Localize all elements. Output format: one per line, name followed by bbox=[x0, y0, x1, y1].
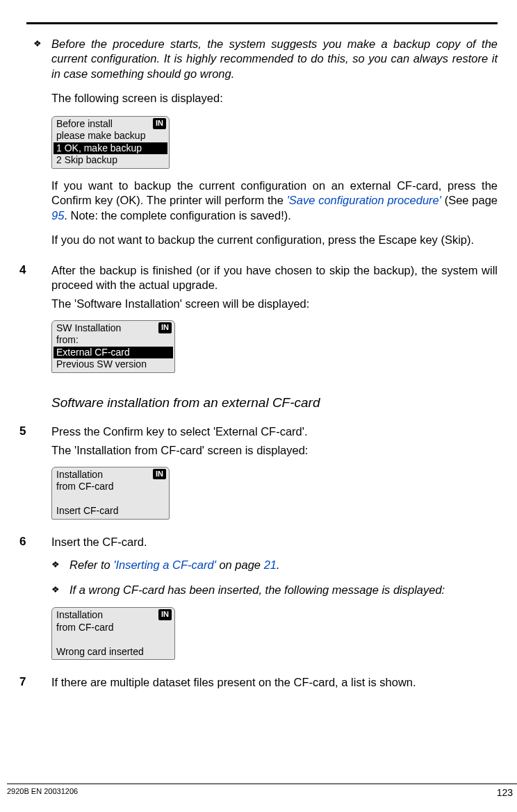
lcd-line: Installation bbox=[56, 469, 103, 480]
step-6: 6 Insert the CF-card. bbox=[19, 535, 498, 554]
lcd-install-from-cf: Installation IN from CF-card Insert CF-c… bbox=[51, 467, 170, 520]
lcd-line: 2 Skip backup bbox=[52, 154, 169, 168]
lcd-line-selected: 1 OK, make backup bbox=[54, 142, 167, 155]
step5-text2: The 'Installation from CF-card' screen i… bbox=[51, 443, 498, 458]
lcd-line: Installation bbox=[56, 609, 103, 620]
lcd-line: from CF-card bbox=[52, 622, 174, 634]
lcd-line-selected: External CF-card bbox=[54, 347, 173, 359]
subheading-sw-install: Software installation from an external C… bbox=[51, 395, 498, 411]
link-inserting-cf[interactable]: 'Inserting a CF-card' bbox=[113, 558, 216, 571]
in-badge: IN bbox=[158, 322, 172, 333]
lcd-line: Wrong card inserted bbox=[52, 646, 174, 660]
in-badge: IN bbox=[153, 118, 166, 129]
lcd-line: from CF-card bbox=[52, 481, 169, 493]
para-backup-confirm: If you want to backup the current config… bbox=[51, 179, 498, 223]
note-text: If a wrong CF-card has been inserted, th… bbox=[69, 583, 498, 597]
step5-text1: Press the Confirm key to select 'Externa… bbox=[51, 424, 498, 439]
lcd-line: Previous SW version bbox=[52, 358, 174, 372]
in-badge: IN bbox=[158, 609, 172, 620]
lcd-line-empty bbox=[52, 493, 169, 506]
note-wrong-card: ❖ If a wrong CF-card has been inserted, … bbox=[51, 583, 498, 597]
step-7: 7 If there are multiple dataset files pr… bbox=[19, 675, 498, 694]
lcd-line: SW Installation bbox=[56, 322, 121, 333]
note-text: Refer to 'Inserting a CF-card' on page 2… bbox=[69, 558, 498, 572]
lcd-sw-installation: SW Installation IN from: External CF-car… bbox=[51, 320, 175, 373]
link-save-config[interactable]: 'Save configuration procedure' bbox=[287, 194, 441, 206]
para-following-screen: The following screen is displayed: bbox=[51, 91, 498, 106]
step7-text: If there are multiple dataset files pres… bbox=[51, 675, 498, 690]
note-text: Before the procedure starts, the system … bbox=[51, 37, 498, 81]
bullet-diamond-icon: ❖ bbox=[33, 38, 51, 81]
lcd-wrong-card: Installation IN from CF-card Wrong card … bbox=[51, 607, 175, 660]
step-number: 4 bbox=[19, 263, 51, 316]
footer-docid: 2920B EN 20031206 bbox=[7, 787, 78, 798]
page-footer: 2920B EN 20031206 123 bbox=[7, 784, 517, 798]
note-refer-insert: ❖ Refer to 'Inserting a CF-card' on page… bbox=[51, 558, 498, 572]
step4-text2: The 'Software Installation' screen will … bbox=[51, 297, 498, 311]
lcd-line: Insert CF-card bbox=[52, 505, 169, 519]
top-rule bbox=[26, 22, 498, 24]
in-badge: IN bbox=[153, 469, 166, 480]
step4-text1: After the backup is finished (or if you … bbox=[51, 263, 498, 293]
bullet-diamond-icon: ❖ bbox=[51, 584, 69, 597]
para-skip-backup: If you do not want to backup the current… bbox=[51, 233, 498, 247]
step-number: 5 bbox=[19, 424, 51, 463]
link-page-95[interactable]: 95 bbox=[51, 209, 64, 222]
step6-text: Insert the CF-card. bbox=[51, 535, 498, 549]
step-5: 5 Press the Confirm key to select 'Exter… bbox=[19, 424, 498, 463]
link-page-21[interactable]: 21 bbox=[264, 558, 277, 571]
lcd-line: from: bbox=[52, 334, 174, 347]
step-number: 6 bbox=[19, 535, 51, 554]
footer-page-number: 123 bbox=[497, 787, 517, 798]
lcd-line: please make backup bbox=[52, 130, 169, 142]
note-backup-recommend: ❖ Before the procedure starts, the syste… bbox=[33, 37, 498, 81]
lcd-line-empty bbox=[52, 633, 174, 646]
step-4: 4 After the backup is finished (or if yo… bbox=[19, 263, 498, 316]
lcd-before-install: Before install IN please make backup 1 O… bbox=[51, 116, 170, 169]
step-number: 7 bbox=[19, 675, 51, 694]
bullet-diamond-icon: ❖ bbox=[51, 559, 69, 572]
lcd-line: Before install bbox=[56, 118, 113, 129]
